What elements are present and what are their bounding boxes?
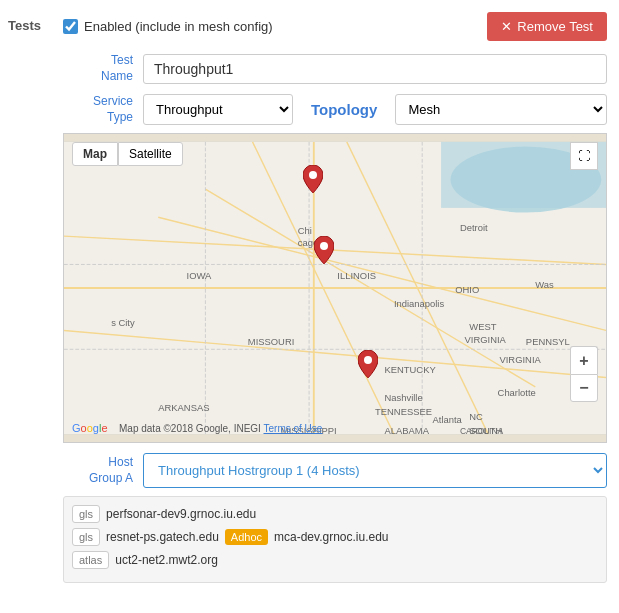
zoom-out-btn[interactable]: − — [570, 374, 598, 402]
svg-text:CAROLINA: CAROLINA — [460, 426, 504, 436]
enabled-checkbox[interactable] — [63, 19, 78, 34]
svg-text:Indianapolis: Indianapolis — [394, 298, 445, 309]
svg-text:PENNSYL: PENNSYL — [526, 336, 570, 347]
sidebar: Tests — [0, 0, 55, 595]
host-name-adhoc: mca-dev.grnoc.iu.edu — [274, 530, 389, 544]
test-name-label: TestName — [63, 53, 143, 84]
enabled-section: Enabled (include in mesh config) — [63, 19, 273, 34]
svg-text:ARKANSAS: ARKANSAS — [158, 402, 209, 413]
atlas-tag: atlas — [72, 551, 109, 569]
svg-text:ALABAMA: ALABAMA — [384, 425, 429, 436]
zoom-controls: + − — [570, 346, 598, 402]
mesh-select[interactable]: Mesh — [395, 94, 607, 125]
test-name-row: TestName — [63, 53, 607, 84]
svg-text:Charlotte: Charlotte — [498, 388, 536, 399]
remove-test-label: Remove Test — [517, 19, 593, 34]
host-group-row: HostGroup A Throughput Hostrgroup 1 (4 H… — [63, 453, 607, 488]
svg-text:ILLINOIS: ILLINOIS — [337, 270, 376, 281]
test-name-input[interactable] — [143, 54, 607, 84]
remove-icon: ✕ — [501, 19, 512, 34]
svg-text:Detroit: Detroit — [460, 223, 488, 234]
zoom-in-btn[interactable]: + — [570, 346, 598, 374]
svg-text:KENTUCKY: KENTUCKY — [384, 364, 436, 375]
main-content: Enabled (include in mesh config) ✕ Remov… — [55, 0, 619, 595]
list-item: gls resnet-ps.gatech.edu Adhoc mca-dev.g… — [72, 528, 598, 546]
svg-text:IOWA: IOWA — [187, 270, 212, 281]
fullscreen-btn[interactable]: ⛶ — [570, 142, 598, 170]
svg-text:VIRGINIA: VIRGINIA — [499, 355, 541, 366]
gls-tag-2: gls — [72, 528, 100, 546]
remove-test-button[interactable]: ✕ Remove Test — [487, 12, 607, 41]
host-group-label: HostGroup A — [63, 455, 143, 486]
svg-text:MISSOURI: MISSOURI — [248, 336, 295, 347]
host-name-1: perfsonar-dev9.grnoc.iu.edu — [106, 507, 256, 521]
topology-label: Topology — [311, 101, 377, 118]
header-row: Enabled (include in mesh config) ✕ Remov… — [63, 12, 607, 41]
svg-text:Was: Was — [535, 279, 554, 290]
svg-text:Atlanta: Atlanta — [433, 414, 463, 425]
svg-text:s City: s City — [111, 317, 135, 328]
service-type-row: ServiceType Throughput Topology Mesh — [63, 94, 607, 125]
host-name-3: uct2-net2.mwt2.org — [115, 553, 218, 567]
svg-point-41 — [309, 171, 317, 179]
map-data-text: Map data ©2018 Google, INEGI — [119, 423, 264, 434]
map-attribution: Map data ©2018 Google, INEGI Terms of Us… — [119, 423, 322, 434]
service-type-label: ServiceType — [63, 94, 143, 125]
enabled-label: Enabled (include in mesh config) — [84, 19, 273, 34]
map-pin-atlanta — [358, 350, 378, 378]
host-name-2: resnet-ps.gatech.edu — [106, 530, 219, 544]
map-type-controls: Map Satellite — [72, 142, 183, 166]
svg-point-43 — [364, 356, 372, 364]
map-pin-chicago — [303, 165, 323, 193]
svg-text:Nashville: Nashville — [384, 392, 422, 403]
svg-text:TENNESSEE: TENNESSEE — [375, 407, 432, 418]
svg-text:OHIO: OHIO — [455, 284, 479, 295]
hosts-area: gls perfsonar-dev9.grnoc.iu.edu gls resn… — [63, 496, 607, 583]
svg-point-42 — [320, 242, 328, 250]
svg-text:NC: NC — [469, 411, 483, 422]
map-container: Chi cago Detroit Indianapolis OHIO ILLIN… — [63, 133, 607, 443]
list-item: atlas uct2-net2.mwt2.org — [72, 551, 598, 569]
host-group-select[interactable]: Throughput Hostrgroup 1 (4 Hosts) — [143, 453, 607, 488]
svg-text:VIRGINIA: VIRGINIA — [465, 334, 507, 345]
map-btn[interactable]: Map — [72, 142, 118, 166]
list-item: gls perfsonar-dev9.grnoc.iu.edu — [72, 505, 598, 523]
adhoc-tag: Adhoc — [225, 529, 268, 545]
satellite-btn[interactable]: Satellite — [118, 142, 183, 166]
svg-text:WEST: WEST — [469, 322, 496, 333]
tests-label: Tests — [8, 18, 41, 33]
svg-text:Chi: Chi — [298, 226, 312, 237]
terms-of-use-link[interactable]: Terms of Use — [264, 423, 323, 434]
google-logo: Google — [72, 422, 108, 434]
map-pin-indianapolis — [314, 236, 334, 264]
service-type-select[interactable]: Throughput — [143, 94, 293, 125]
gls-tag-1: gls — [72, 505, 100, 523]
map-svg: Chi cago Detroit Indianapolis OHIO ILLIN… — [64, 134, 606, 442]
